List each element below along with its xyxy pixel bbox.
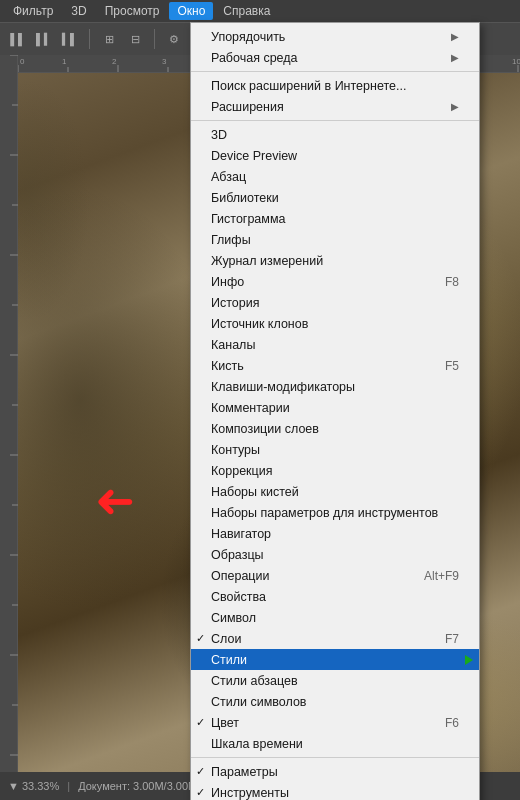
svg-text:0: 0	[20, 57, 25, 66]
menu-item-modifier-keys[interactable]: Клавиши-модификаторы	[191, 376, 479, 397]
menu-3d[interactable]: 3D	[63, 2, 94, 20]
menu-item-clone-source[interactable]: Источник клонов	[191, 313, 479, 334]
menu-item-tools[interactable]: Инструменты	[191, 782, 479, 800]
dropdown-menu: Упорядочить ▶ Рабочая среда ▶ Поиск расш…	[190, 22, 480, 800]
arrow-left-annotation: ➜	[95, 477, 135, 525]
shortcut-altf9: Alt+F9	[424, 569, 459, 583]
menu-item-glyphs[interactable]: Глифы	[191, 229, 479, 250]
menu-item-timeline[interactable]: Шкала времени	[191, 733, 479, 754]
menu-item-libraries[interactable]: Библиотеки	[191, 187, 479, 208]
menu-item-actions[interactable]: Операции Alt+F9	[191, 565, 479, 586]
align-left-icon[interactable]: ▌▌	[8, 29, 28, 49]
menu-help[interactable]: Справка	[215, 2, 278, 20]
menu-view[interactable]: Просмотр	[97, 2, 168, 20]
align-center-icon[interactable]: ▌▍	[34, 29, 54, 49]
menu-section-1: Упорядочить ▶ Рабочая среда ▶	[191, 23, 479, 72]
menu-item-tool-presets[interactable]: Наборы параметров для инструментов	[191, 502, 479, 523]
menu-item-paragraph-styles[interactable]: Стили абзацев	[191, 670, 479, 691]
menu-item-histogram[interactable]: Гистограмма	[191, 208, 479, 229]
svg-text:2: 2	[112, 57, 117, 66]
menu-item-brush-presets[interactable]: Наборы кистей	[191, 481, 479, 502]
menu-item-extensions[interactable]: Расширения ▶	[191, 96, 479, 117]
menu-window[interactable]: Окно	[169, 2, 213, 20]
menu-item-character-styles[interactable]: Стили символов	[191, 691, 479, 712]
menu-filter[interactable]: Фильтр	[5, 2, 61, 20]
menu-item-info[interactable]: Инфо F8	[191, 271, 479, 292]
gear-icon[interactable]: ⚙	[164, 29, 184, 49]
menu-bar: Фильтр 3D Просмотр Окно Справка	[0, 0, 520, 22]
shortcut-f5: F5	[445, 359, 459, 373]
arrow-right-icon-2: ▶	[451, 52, 459, 63]
menu-item-comments[interactable]: Комментарии	[191, 397, 479, 418]
menu-item-channels[interactable]: Каналы	[191, 334, 479, 355]
distribute-icon[interactable]: ⊞	[99, 29, 119, 49]
menu-item-3d[interactable]: 3D	[191, 124, 479, 145]
menu-item-workspace[interactable]: Рабочая среда ▶	[191, 47, 479, 68]
svg-text:10: 10	[512, 57, 520, 66]
tool-icon-2[interactable]: ⊟	[125, 29, 145, 49]
menu-item-history[interactable]: История	[191, 292, 479, 313]
doc-size: Документ: 3.00M/3.00M	[78, 780, 197, 792]
menu-item-layers[interactable]: Слои F7	[191, 628, 479, 649]
menu-item-parameters[interactable]: Параметры	[191, 761, 479, 782]
separator-1	[89, 29, 90, 49]
menu-item-paragraph[interactable]: Абзац	[191, 166, 479, 187]
menu-item-character[interactable]: Символ	[191, 607, 479, 628]
menu-item-swatches[interactable]: Образцы	[191, 544, 479, 565]
menu-item-navigator[interactable]: Навигатор	[191, 523, 479, 544]
menu-item-color[interactable]: Цвет F6	[191, 712, 479, 733]
menu-section-3: 3D Device Preview Абзац Библиотеки Гисто…	[191, 121, 479, 758]
menu-item-arrange[interactable]: Упорядочить ▶	[191, 26, 479, 47]
shortcut-f7: F7	[445, 632, 459, 646]
menu-item-brush[interactable]: Кисть F5	[191, 355, 479, 376]
menu-item-device-preview[interactable]: Device Preview	[191, 145, 479, 166]
menu-section-2: Поиск расширений в Интернете... Расширен…	[191, 72, 479, 121]
doc-info-label: |	[67, 780, 70, 792]
align-right-icon[interactable]: ▍▌	[60, 29, 80, 49]
play-indicator-icon	[465, 655, 473, 665]
zoom-level: ▼ 33.33%	[8, 780, 59, 792]
arrow-right-icon: ▶	[451, 31, 459, 42]
svg-text:1: 1	[62, 57, 67, 66]
menu-item-paths[interactable]: Контуры	[191, 439, 479, 460]
separator-2	[154, 29, 155, 49]
menu-item-correction[interactable]: Коррекция	[191, 460, 479, 481]
menu-item-properties[interactable]: Свойства	[191, 586, 479, 607]
menu-item-search-extensions[interactable]: Поиск расширений в Интернете...	[191, 75, 479, 96]
menu-item-layer-comps[interactable]: Композиции слоев	[191, 418, 479, 439]
shortcut-f6: F6	[445, 716, 459, 730]
shortcut-f8: F8	[445, 275, 459, 289]
ruler-vertical	[0, 55, 18, 800]
arrow-right-icon-3: ▶	[451, 101, 459, 112]
menu-item-measurements[interactable]: Журнал измерений	[191, 250, 479, 271]
menu-section-4: Параметры Инструменты 11 (7)(3).jpg	[191, 758, 479, 800]
svg-text:3: 3	[162, 57, 167, 66]
menu-item-styles[interactable]: Стили	[191, 649, 479, 670]
